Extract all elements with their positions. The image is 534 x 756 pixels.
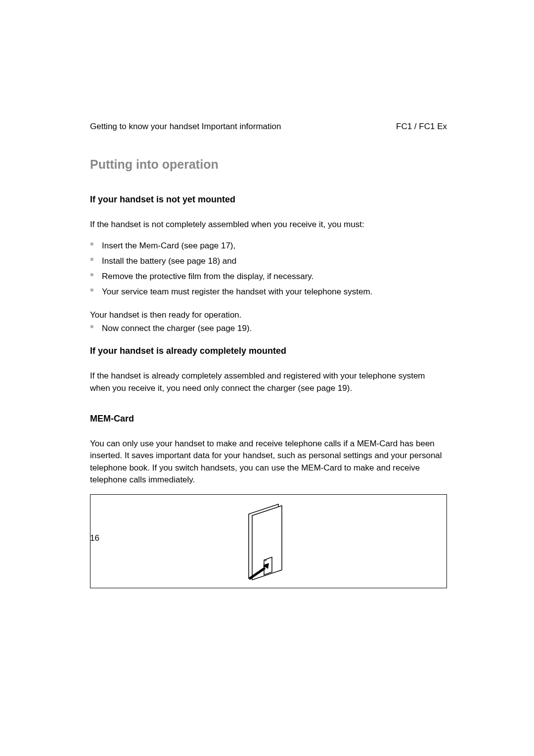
header-right-text: FC1 / FC1 Ex	[396, 122, 447, 132]
section-heading-already-mounted: If your handset is already completely mo…	[90, 346, 447, 356]
mem-card-figure	[90, 494, 447, 588]
page-number: 16	[90, 533, 99, 543]
ready-text: Your handset is then ready for operation…	[90, 309, 447, 322]
body-mem-card: You can only use your handset to make an…	[90, 438, 447, 487]
page-header: Getting to know your handset Important i…	[90, 122, 447, 132]
body-already-mounted: If the handset is already completely ass…	[90, 370, 447, 394]
list-item: Insert the Mem-Card (see page 17),	[90, 239, 447, 252]
page-content: Getting to know your handset Important i…	[0, 0, 534, 588]
bullet-list-ready: Now connect the charger (see page 19).	[90, 322, 447, 335]
main-heading: Putting into operation	[90, 157, 447, 172]
list-item: Remove the protective film from the disp…	[90, 270, 447, 283]
header-left-text: Getting to know your handset Important i…	[90, 122, 281, 132]
intro-text-not-mounted: If the handset is not completely assembl…	[90, 219, 447, 231]
list-item: Install the battery (see page 18) and	[90, 254, 447, 268]
list-item: Your service team must register the hand…	[90, 285, 447, 298]
bullet-list-not-mounted: Insert the Mem-Card (see page 17), Insta…	[90, 239, 447, 299]
mem-card-icon	[241, 502, 296, 581]
list-item: Now connect the charger (see page 19).	[90, 322, 447, 335]
section-heading-mem-card: MEM-Card	[90, 414, 447, 424]
section-heading-not-mounted: If your handset is not yet mounted	[90, 194, 447, 205]
